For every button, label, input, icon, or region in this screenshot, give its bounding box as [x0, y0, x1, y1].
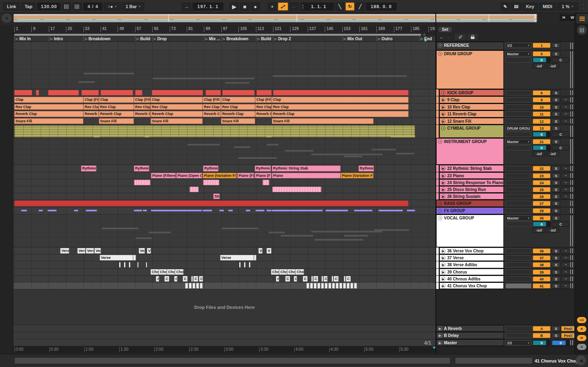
- optimize-height-button[interactable]: H: [560, 15, 568, 21]
- history-forward-button[interactable]: →: [445, 34, 451, 40]
- track-number-chip[interactable]: 29: [533, 208, 551, 213]
- locator-mix-in[interactable]: ▷Mix In: [14, 36, 31, 41]
- clip[interactable]: [273, 90, 409, 96]
- clip[interactable]: [332, 283, 335, 289]
- clip[interactable]: Piano (Open C: [176, 173, 202, 178]
- clip[interactable]: Rev Clap: [272, 104, 409, 110]
- output-routing-chooser[interactable]: 1/2▼: [505, 340, 531, 345]
- pan-knob[interactable]: 0: [533, 57, 551, 63]
- nudge-up-button[interactable]: [72, 2, 82, 11]
- track-header-rythmic-string-stab[interactable]: ▶22 Rythmic String Stab22S◔: [436, 165, 575, 172]
- solo-button[interactable]: S: [552, 215, 560, 221]
- clip[interactable]: [134, 210, 142, 211]
- arrangement-position-display[interactable]: 197. 1. 1: [192, 2, 223, 11]
- track-number-chip[interactable]: 38: [533, 262, 551, 267]
- clip[interactable]: [135, 90, 142, 96]
- clip[interactable]: Cho: [175, 269, 184, 275]
- lane-string-response[interactable]: [13, 179, 435, 186]
- clip[interactable]: [203, 180, 219, 185]
- clip[interactable]: [189, 283, 192, 289]
- output-routing-chooser[interactable]: 1/2▼: [505, 43, 531, 48]
- track-play-icon[interactable]: ▶: [441, 105, 446, 109]
- track-name-box[interactable]: ▶11 Reverb Clap: [439, 111, 504, 117]
- draw-mode-button[interactable]: ✎: [501, 2, 510, 11]
- clip[interactable]: Piano: [272, 173, 341, 178]
- clip[interactable]: [267, 210, 271, 211]
- clip[interactable]: C: [313, 276, 318, 282]
- clip[interactable]: Vers: [86, 248, 94, 254]
- volume-display[interactable]: -inf: [533, 63, 545, 69]
- clip[interactable]: Rev Clap: [151, 104, 203, 110]
- pan-knob[interactable]: 0: [533, 222, 551, 227]
- track-header-reverb-clap[interactable]: ▶11 Reverb Clap11S◔: [436, 111, 575, 118]
- lock-button[interactable]: [467, 34, 478, 40]
- track-name-box[interactable]: ▶40 Chrous Adlibs: [439, 276, 504, 282]
- link-button[interactable]: Link: [3, 2, 20, 11]
- track-header-chorus[interactable]: ▶39 Chorus39S◔: [436, 269, 575, 276]
- clip[interactable]: Reverb C: [255, 111, 272, 117]
- clip[interactable]: [86, 210, 97, 211]
- clip[interactable]: Snare Fill: [14, 118, 83, 124]
- track-header-instrument-group[interactable]: ≡INSTRUMENT GROUPMaster▼21S0C-inf-inf: [436, 138, 575, 165]
- clip[interactable]: V: [147, 248, 151, 254]
- clip[interactable]: Clap (Filt: [203, 97, 221, 103]
- clip[interactable]: Clap: [151, 97, 203, 103]
- track-header-snare-fill[interactable]: ▶12 Snare Fill12S◔: [436, 118, 575, 125]
- clip[interactable]: V: [267, 248, 271, 254]
- group-fold-icon[interactable]: ≡: [441, 91, 446, 95]
- time-ruler[interactable]: 0:000:301:001:302:002:303:003:304:004:30…: [13, 346, 435, 353]
- clip[interactable]: Cho: [295, 269, 304, 275]
- clip[interactable]: Vo: [139, 248, 145, 254]
- track-name-box[interactable]: ▶Master: [436, 339, 504, 346]
- track-play-icon[interactable]: ▶: [441, 263, 446, 267]
- clip[interactable]: [152, 90, 203, 96]
- clip[interactable]: [143, 210, 147, 211]
- clip[interactable]: C: [164, 276, 169, 282]
- track-name-box[interactable]: ▶37 Verse: [439, 254, 504, 261]
- track-name-box[interactable]: ≡INSTRUMENT GROUP: [436, 138, 504, 165]
- clip[interactable]: Rev Clap: [14, 104, 83, 110]
- track-header-piano[interactable]: ▶23 Piano23S◔: [436, 172, 575, 179]
- history-back-button[interactable]: ←: [439, 34, 445, 40]
- clip[interactable]: [74, 210, 78, 211]
- track-play-icon[interactable]: ▶: [441, 277, 446, 281]
- track-name-box[interactable]: ▶24 String Response To Piano: [439, 179, 504, 186]
- clip[interactable]: [196, 283, 199, 289]
- clip[interactable]: Vers: [60, 248, 69, 254]
- solo-button[interactable]: S: [552, 104, 560, 110]
- output-routing-chooser[interactable]: Master▼: [505, 215, 531, 221]
- clip[interactable]: Cho: [159, 269, 167, 275]
- solo-button[interactable]: S: [552, 283, 560, 289]
- clip[interactable]: [343, 283, 346, 289]
- track-play-icon[interactable]: ▶: [438, 341, 442, 345]
- output-routing-chooser[interactable]: Master▼: [505, 139, 531, 144]
- track-number-chip[interactable]: 27: [533, 201, 551, 206]
- track-header-vocal-group[interactable]: ≡VOCAL GROUPMaster▼35S0C-inf-inf: [436, 215, 575, 248]
- arm-button[interactable]: ◔: [561, 119, 570, 124]
- group-fold-icon[interactable]: ≡: [438, 208, 442, 213]
- clip[interactable]: Clap (Filt: [134, 97, 151, 103]
- arm-button[interactable]: ◔: [561, 173, 570, 178]
- group-fold-icon[interactable]: ≡: [438, 201, 442, 206]
- lane-reference[interactable]: [13, 42, 435, 50]
- punch-in-button[interactable]: ╲: [335, 2, 344, 11]
- clip[interactable]: Stri: [213, 193, 220, 199]
- lane-verse-vox-chop[interactable]: VersVersVersVerVoVVV: [13, 248, 435, 254]
- reenable-automation-button[interactable]: ←: [289, 2, 299, 11]
- track-name-box[interactable]: ▶41 Chorus Vox Chop: [439, 282, 504, 289]
- track-number-chip[interactable]: 37: [533, 255, 551, 261]
- clip[interactable]: Ver: [94, 248, 101, 254]
- stop-button[interactable]: ■: [240, 2, 249, 11]
- solo-button[interactable]: S: [552, 90, 560, 96]
- volume-display[interactable]: -inf: [546, 63, 559, 69]
- punch-position-display[interactable]: 1. 1. 1: [303, 2, 334, 11]
- locator-mix-[interactable]: ▷Mix ...: [204, 36, 220, 41]
- clip[interactable]: [391, 135, 415, 137]
- solo-button[interactable]: S: [552, 276, 560, 282]
- clip[interactable]: [321, 276, 323, 282]
- clip[interactable]: [36, 90, 39, 96]
- mixer-section-toggle[interactable]: M: [577, 335, 586, 341]
- track-number-chip[interactable]: 12: [533, 119, 551, 124]
- lane-reverb-clap[interactable]: Reverb ClapReverb CReverb ClapReverb CRe…: [13, 111, 435, 118]
- clip[interactable]: C: [346, 276, 351, 282]
